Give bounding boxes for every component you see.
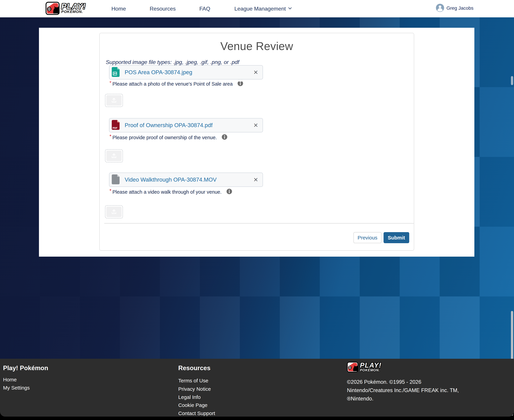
copyright-line: ©2026 Pokémon. ©1995 - 2026 [347,379,421,385]
footer-col2-title: Resources [178,365,210,372]
requirement-text: Please provide proof of ownership of the… [112,135,217,140]
upload-dropzone[interactable] [105,205,123,218]
info-icon[interactable] [226,188,232,195]
footer-logo: PLAY! POKÉMON. [347,362,382,372]
requirement-label: * Please attach a video walk through of … [110,188,232,195]
wordmark-play: PLAY! [61,3,86,10]
file-row-pos-area: POS Area OPA-30874.jpeg ✕ [109,65,263,79]
avatar-icon [436,4,444,13]
copyright-line: ®Nintendo. [347,396,374,402]
footer-wordmark: PLAY! POKÉMON. [360,362,382,372]
generic-file-icon [112,174,120,185]
play-pokemon-badge-icon [46,2,59,15]
page-title: Venue Review [100,40,414,52]
play-pokemon-wordmark: PLAY! POKÉMON. [61,3,86,14]
nav-link-resources[interactable]: Resources [150,6,176,12]
footer-link-cookie-page[interactable]: Cookie Page [178,402,207,408]
required-marker: * [110,82,111,85]
nav-link-home[interactable]: Home [111,6,126,12]
pdf-badge: PDF [113,127,117,129]
upload-dropzone[interactable] [105,94,123,107]
requirement-text: Please attach a video walk through of yo… [112,189,222,195]
remove-file-icon[interactable]: ✕ [253,177,258,183]
footer-link-legal-info[interactable]: Legal Info [178,394,201,400]
required-marker: * [110,134,111,139]
remove-file-icon[interactable]: ✕ [253,69,258,75]
play-pokemon-badge-icon [347,362,358,372]
page: PLAY! POKÉMON. Home Resources FAQ League… [0,0,514,420]
submit-button[interactable]: Submit [383,232,409,243]
nav-dropdown-league-management[interactable]: League Management [234,6,292,12]
previous-button[interactable]: Previous [353,232,382,243]
file-link[interactable]: Video Walkthrough OPA-30874.MOV [125,176,217,183]
play-pokemon-logo[interactable]: PLAY! POKÉMON. [46,2,86,15]
file-row-video-walkthrough: Video Walkthrough OPA-30874.MOV ✕ [109,172,263,187]
footer-link-home[interactable]: Home [3,377,17,382]
upload-dropzone[interactable] [105,149,123,163]
info-icon[interactable] [222,134,228,141]
file-link[interactable]: POS Area OPA-30874.jpeg [125,69,192,75]
user-name: Greg Jacobs [447,6,474,11]
wordmark-pokemon: POKÉMON. [360,368,382,372]
requirement-text: Please attach a photo of the venue's Poi… [112,82,233,86]
requirement-label: * Please attach a photo of the venue's P… [110,82,243,86]
footer-link-privacy-notice[interactable]: Privacy Notice [178,386,211,392]
wordmark-pokemon: POKÉMON. [61,10,86,14]
file-types-note: Supported image file types: .jpg, .jpeg,… [106,59,239,65]
info-icon[interactable] [237,82,243,86]
chevron-down-icon [288,7,292,10]
upload-icon [106,151,122,161]
footer-col1-title: Play! Pokémon [3,365,48,372]
file-link[interactable]: Proof of Ownership OPA-30874.pdf [125,122,213,128]
user-menu[interactable]: Greg Jacobs [436,4,474,13]
nav-link-faq[interactable]: FAQ [199,6,210,12]
scrollbar-thumb-upper[interactable] [511,76,513,85]
footer-link-my-settings[interactable]: My Settings [3,385,30,391]
upload-icon [106,95,122,106]
footer: Play! Pokémon Home My Settings Resources… [0,359,514,417]
top-navbar: PLAY! POKÉMON. Home Resources FAQ League… [0,0,514,17]
requirement-label: * Please provide proof of ownership of t… [110,134,228,141]
form-divider [104,223,414,224]
upload-icon [106,207,122,217]
jpeg-file-icon [112,67,120,78]
wordmark-play: PLAY! [360,362,382,368]
file-row-proof-of-ownership: PDF Proof of Ownership OPA-30874.pdf ✕ [109,118,263,132]
pdf-file-icon: PDF [112,120,120,131]
footer-link-contact-support[interactable]: Contact Support [178,411,215,416]
copyright-line: Nintendo/Creatures Inc./GAME FREAK inc. … [347,387,459,393]
footer-link-terms-of-use[interactable]: Terms of Use [178,378,208,383]
required-marker: * [110,188,111,194]
nav-dropdown-label: League Management [234,6,286,12]
venue-review-card: Venue Review Supported image file types:… [99,33,414,251]
remove-file-icon[interactable]: ✕ [253,122,258,128]
